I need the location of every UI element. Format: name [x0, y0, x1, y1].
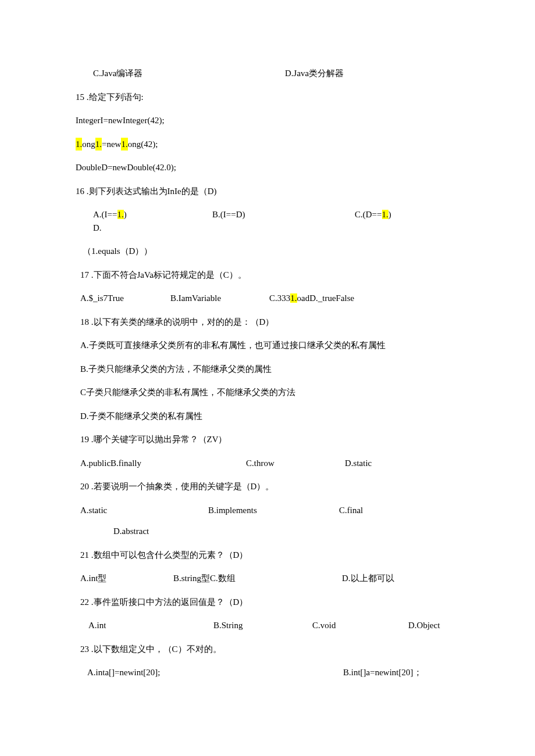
q18-option-d: D.子类不能继承父类的私有属性	[76, 410, 459, 423]
q22-stem-text: 22 .事件监听接口中方法的返回值是？（D）	[80, 596, 248, 609]
q18-option-a: A.子类既可直接继承父类所有的非私有属性，也可通过接口继承父类的私有属性	[76, 339, 459, 352]
q15-code-line-2: 1.ong1.=new1.ong(42);	[76, 138, 459, 151]
q19-option-a: A.publicB.finally	[80, 457, 246, 470]
q22-option-d: D.Object	[408, 619, 440, 632]
q17-stem-text: 17 .下面不符合JaVa标记符规定的是（C）。	[80, 268, 247, 282]
q17-option-b: B.IamVariable	[170, 292, 269, 305]
q20-options-row1: A.static B.implements C.final	[76, 504, 459, 517]
q17-option-c-hl: 1.	[290, 293, 297, 303]
q21-option-d: D.以上都可以	[342, 572, 394, 585]
q15-code3-text: DoubleD=newDouble(42.0);	[76, 161, 176, 174]
q21-options-row: A.int型 B.string型C.数组 D.以上都可以	[76, 572, 459, 585]
q21-stem: 21 .数组中可以包含什么类型的元素？（D）	[76, 549, 459, 562]
q18-option-d-text: D.子类不能继承父类的私有属性	[80, 410, 202, 423]
q16-option-a-wrap: A.(I==1.)	[93, 208, 212, 221]
q18-option-c: C子类只能继承父类的非私有属性，不能继承父类的方法	[76, 386, 459, 399]
q16-option-c-p1: C.(D==	[355, 210, 382, 219]
q18-stem: 18 .以下有关类的继承的说明中，对的的是：（D）	[76, 316, 459, 329]
q16-option-c-end: )	[388, 210, 391, 219]
q14-option-c: C.Java编译器	[76, 67, 285, 80]
q20-option-b: B.implements	[208, 504, 339, 517]
q14-options-row: C.Java编译器 D.Java类分解器	[76, 67, 459, 80]
q16-option-d: D.	[93, 221, 102, 235]
q23-option-b: B.int[]a=newint[20]；	[343, 666, 422, 679]
q19-stem-text: 19 .哪个关键字可以抛出异常？（ZV）	[80, 433, 227, 446]
q17-options-row: A.$_is7True B.IamVariable C.3331.oadD._t…	[76, 292, 459, 305]
q16-option-a-end: )	[124, 210, 127, 219]
q16-stem-text: 16 .则下列表达式输出为InIe的是（D)	[76, 185, 216, 198]
q17-option-a: A.$_is7True	[80, 292, 170, 305]
q19-options-row: A.publicB.finally C.throw D.static	[76, 457, 459, 470]
q15-code-line-1: IntegerI=newInteger(42);	[76, 114, 459, 127]
q18-option-b: B.子类只能继承父类的方法，不能继承父类的属性	[76, 363, 459, 376]
q16-option-b: B.(I==D)	[212, 208, 355, 221]
q16-option-c-hl: 1.	[382, 210, 388, 219]
q15-code2-hl2: 1.	[95, 138, 102, 151]
document-page: C.Java编译器 D.Java类分解器 15 .给定下列语句: Integer…	[0, 0, 535, 756]
q22-options-row: A.int B.String C.void D.Object	[76, 619, 459, 632]
q20-options-row2: D.abstract	[76, 525, 459, 538]
q17-option-c-p1: C.333	[269, 293, 290, 303]
q21-stem-text: 21 .数组中可以包含什么类型的元素？（D）	[80, 549, 248, 562]
q23-option-a: A.inta[]=newint[20];	[87, 666, 343, 679]
q14-option-d: D.Java类分解器	[285, 67, 344, 80]
q16-option-a-p1: A.(I==	[93, 210, 117, 219]
q16-stem: 16 .则下列表达式输出为InIe的是（D)	[76, 185, 459, 198]
q18-option-c-text: C子类只能继承父类的非私有属性，不能继承父类的方法	[80, 386, 295, 399]
q20-option-c: C.final	[339, 504, 363, 517]
q22-stem: 22 .事件监听接口中方法的返回值是？（D）	[76, 596, 459, 609]
q15-code2-hl3: 1.	[121, 138, 127, 151]
q18-option-b-text: B.子类只能继承父类的方法，不能继承父类的属性	[80, 363, 272, 376]
q15-code2-hl1: 1.	[76, 138, 82, 151]
q18-option-a-text: A.子类既可直接继承父类所有的非私有属性，也可通过接口继承父类的私有属性	[80, 339, 386, 352]
q16-option-a-hl: 1.	[117, 210, 124, 219]
q19-option-c: C.throw	[246, 457, 345, 470]
q18-stem-text: 18 .以下有关类的继承的说明中，对的的是：（D）	[80, 316, 274, 329]
q19-stem: 19 .哪个关键字可以抛出异常？（ZV）	[76, 433, 459, 446]
q22-option-a: A.int	[88, 619, 213, 632]
q15-code2-p4: =new	[102, 138, 121, 151]
q23-stem: 23 .以下数组定义中，（C）不对的。	[76, 643, 459, 656]
q16-continuation: （1.equals（D））	[76, 245, 459, 258]
q22-option-b: B.String	[213, 619, 312, 632]
q15-code2-p6: ong(42);	[128, 138, 158, 151]
q15-stem: 15 .给定下列语句:	[76, 91, 459, 104]
q15-stem-text: 15 .给定下列语句:	[76, 91, 144, 104]
q17-stem: 17 .下面不符合JaVa标记符规定的是（C）。	[76, 268, 459, 282]
q16-cont-text: （1.equals（D））	[83, 245, 152, 258]
q19-option-d: D.static	[345, 457, 372, 470]
q16-option-c-wrap: C.(D==1.)	[355, 208, 454, 221]
q20-stem-text: 20 .若要说明一个抽象类，使用的关键字是（D）。	[80, 480, 274, 493]
q23-options-row: A.inta[]=newint[20]; B.int[]a=newint[20]…	[76, 666, 459, 679]
q20-option-d: D.abstract	[113, 525, 149, 538]
q17-option-c-p2: oadD._trueFalse	[297, 293, 355, 303]
q16-options-row: A.(I==1.) B.(I==D) C.(D==1.) D.	[76, 208, 459, 234]
q21-option-a: A.int型	[80, 572, 173, 585]
q20-option-a: A.static	[80, 504, 208, 517]
q23-stem-text: 23 .以下数组定义中，（C）不对的。	[80, 643, 222, 656]
q15-code-line-3: DoubleD=newDouble(42.0);	[76, 161, 459, 174]
q22-option-c: C.void	[312, 619, 408, 632]
q15-code1-text: IntegerI=newInteger(42);	[76, 114, 165, 127]
q15-code2-p2: ong	[82, 138, 95, 151]
q20-stem: 20 .若要说明一个抽象类，使用的关键字是（D）。	[76, 480, 459, 493]
q21-option-b: B.string型C.数组	[173, 572, 342, 585]
q17-option-c-wrap: C.3331.oadD._trueFalse	[269, 292, 354, 305]
